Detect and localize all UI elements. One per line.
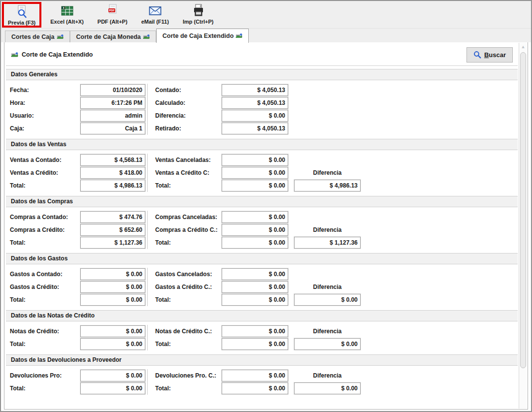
field-row: Gastos a Crédito: $ 0.00 Gastos a Crédit… [10, 281, 519, 293]
section-header-devoluciones: Datos de las Devoluciones a Proveedor [6, 354, 518, 366]
field-label: Notas de Crédito C.: [150, 328, 222, 335]
field-label: Caja: [10, 125, 80, 132]
field-row: Gastos a Contado: $ 0.00 Gastos Cancelad… [10, 268, 519, 281]
ventas-credito-c-field[interactable]: $ 0.00 [222, 167, 288, 179]
devoluciones-total-c-field[interactable]: $ 0.00 [222, 382, 288, 394]
ventas-total-c-field[interactable]: $ 0.00 [222, 180, 288, 191]
field-label: Gastos a Contado: [10, 271, 80, 278]
field-label: Compras a Contado: [10, 214, 80, 221]
print-label: Imp (Ctrl+P) [183, 19, 214, 25]
field-label: Devoluciones Pro. C.: [150, 372, 222, 379]
compras-canceladas-field[interactable]: $ 0.00 [222, 211, 288, 223]
tab-label: Corte de Caja Extendido [163, 32, 233, 39]
gastos-credito-c-field[interactable]: $ 0.00 [222, 281, 288, 293]
retirado-field[interactable]: $ 4,050.13 [222, 123, 288, 134]
pdf-button[interactable]: PDF PDF (Alt+P) [93, 2, 133, 26]
notas-total-field[interactable]: $ 0.00 [80, 338, 145, 350]
gastos-cancelados-field[interactable]: $ 0.00 [222, 268, 288, 280]
notas-credito-field[interactable]: $ 0.00 [80, 325, 145, 337]
field-row: Compras a Contado: $ 474.76 Compras Canc… [10, 211, 519, 223]
svg-text:PDF: PDF [109, 9, 115, 12]
content-panel: Corte de Caja Extendido Buscar Datos Gen… [4, 42, 528, 410]
email-icon [148, 3, 162, 18]
tab-corte-de-caja-moneda[interactable]: Corte de Caja Moneda [70, 31, 156, 42]
compras-credito-field[interactable]: $ 652.60 [80, 224, 145, 236]
field-row: Caja: Caja 1 Retirado: $ 4,050.13 [10, 122, 519, 135]
field-label: Total: [150, 341, 222, 348]
compras-total-field[interactable]: $ 1,127.36 [80, 237, 145, 249]
field-label: Total: [10, 385, 80, 392]
contado-field[interactable]: $ 4,050.13 [222, 84, 288, 96]
field-row: Devoluciones Pro: $ 0.00 Devoluciones Pr… [10, 369, 519, 382]
scroll-up-arrow-icon[interactable]: ▲ [519, 43, 527, 51]
section-header-compras: Datos de las Compras [6, 196, 518, 207]
field-row: Ventas a Crédito: $ 418.00 Ventas a Créd… [10, 166, 519, 179]
tab-cortes-de-caja[interactable]: Cortes de Caja [5, 31, 70, 42]
field-row: Hora: 6:17:26 PM Calculado: $ 4,050.13 [10, 96, 519, 109]
ventas-total-field[interactable]: $ 4,986.13 [80, 180, 145, 191]
field-label: Total: [150, 239, 222, 246]
pdf-label: PDF (Alt+P) [98, 19, 128, 25]
notas-diferencia-field[interactable]: $ 0.00 [294, 338, 361, 350]
pdf-icon: PDF [106, 3, 119, 18]
diferencia-field[interactable]: $ 0.00 [222, 110, 288, 122]
section-rows: Compras a Contado: $ 474.76 Compras Canc… [5, 207, 519, 253]
section-rows: Ventas a Contado: $ 4,568.13 Ventas Canc… [5, 150, 519, 196]
field-label: Total: [10, 182, 80, 189]
devoluciones-total-field[interactable]: $ 0.00 [80, 382, 145, 394]
gastos-total-c-field[interactable]: $ 0.00 [222, 294, 288, 306]
gastos-diferencia-field[interactable]: $ 0.00 [294, 294, 361, 306]
devoluciones-pro-field[interactable]: $ 0.00 [80, 370, 145, 381]
gastos-credito-field[interactable]: $ 0.00 [80, 281, 145, 293]
devoluciones-pro-c-field[interactable]: $ 0.00 [222, 370, 288, 381]
notas-credito-c-field[interactable]: $ 0.00 [222, 325, 288, 337]
field-label: Total: [150, 296, 222, 303]
field-label: Contado: [150, 87, 222, 94]
field-label: Total: [10, 296, 80, 303]
field-label: Fecha: [10, 87, 80, 94]
excel-button[interactable]: X Excel (Alt+X) [45, 2, 89, 26]
svg-text:X: X [63, 6, 65, 9]
excel-label: Excel (Alt+X) [50, 19, 84, 25]
section-rows: Fecha: 01/10/2020 Contado: $ 4,050.13 Ho… [5, 80, 519, 139]
ventas-credito-field[interactable]: $ 418.00 [80, 167, 145, 179]
field-label: Ventas a Contado: [10, 157, 80, 163]
calculado-field[interactable]: $ 4,050.13 [222, 97, 288, 109]
email-button[interactable]: eMail (F11) [136, 2, 174, 26]
notas-total-c-field[interactable]: $ 0.00 [222, 338, 288, 350]
fecha-field[interactable]: 01/10/2020 [80, 84, 145, 96]
report-icon [235, 33, 242, 39]
gastos-contado-field[interactable]: $ 0.00 [80, 268, 145, 280]
usuario-field[interactable]: admin [80, 110, 145, 122]
field-row: Compras a Crédito: $ 652.60 Compras a Cr… [10, 223, 519, 236]
caja-field[interactable]: Caja 1 [80, 123, 145, 134]
field-label: Ventas a Crédito C: [150, 169, 222, 176]
compras-contado-field[interactable]: $ 474.76 [80, 211, 145, 223]
hora-field[interactable]: 6:17:26 PM [80, 97, 145, 109]
compras-total-c-field[interactable]: $ 0.00 [222, 237, 288, 249]
ventas-contado-field[interactable]: $ 4,568.13 [80, 154, 145, 166]
report-icon [143, 34, 150, 40]
vertical-scrollbar[interactable]: ▲ [519, 43, 527, 409]
compras-credito-c-field[interactable]: $ 0.00 [222, 224, 288, 236]
compras-diferencia-field[interactable]: $ 1,127.36 [294, 237, 361, 249]
field-row: Fecha: 01/10/2020 Contado: $ 4,050.13 [10, 84, 519, 96]
field-row: Total: $ 0.00 Total: $ 0.00 $ 0.00 [10, 293, 519, 306]
previa-button[interactable]: Previa (F3) [2, 2, 41, 28]
print-button[interactable]: Imp (Ctrl+P) [178, 2, 219, 26]
buscar-button[interactable]: Buscar [466, 47, 513, 63]
tab-corte-de-caja-extendido[interactable]: Corte de Caja Extendido [156, 29, 249, 43]
field-row: Notas de Crédito: $ 0.00 Notas de Crédit… [10, 325, 519, 338]
ventas-diferencia-field[interactable]: $ 4,986.13 [294, 180, 361, 191]
buscar-label: Buscar [484, 51, 506, 59]
ventas-canceladas-field[interactable]: $ 0.00 [222, 154, 288, 166]
scrollbar-thumb[interactable] [520, 52, 526, 368]
gastos-total-field[interactable]: $ 0.00 [80, 294, 145, 306]
devoluciones-diferencia-field[interactable]: $ 0.00 [294, 382, 361, 394]
page-header: Corte de Caja Extendido Buscar [6, 44, 518, 66]
field-label: Gastos a Crédito: [10, 284, 80, 290]
field-label: Total: [10, 239, 80, 246]
field-label: Total: [10, 341, 80, 348]
field-row: Ventas a Contado: $ 4,568.13 Ventas Canc… [10, 154, 519, 166]
field-label: Calculado: [150, 99, 222, 106]
